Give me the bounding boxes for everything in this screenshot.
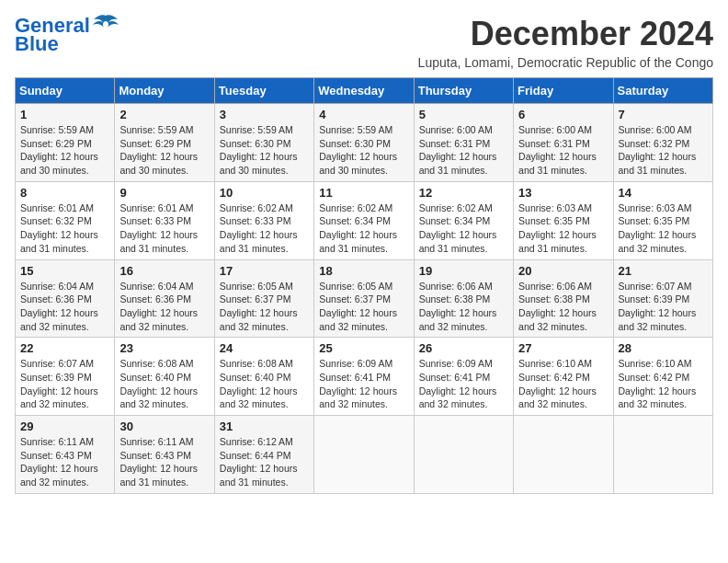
weekday-header: Thursday [414,78,513,104]
day-info: Sunrise: 5:59 AM Sunset: 6:30 PM Dayligh… [319,123,408,178]
sunrise-label: Sunrise: 6:10 AM [518,358,592,369]
logo-text-blue: Blue [15,33,59,55]
daylight-label: Daylight: 12 hours and 31 minutes. [518,229,597,254]
day-number: 24 [220,341,309,355]
logo-bird-icon [92,14,119,34]
day-info: Sunrise: 6:11 AM Sunset: 6:43 PM Dayligh… [20,435,109,489]
day-number: 1 [20,108,109,121]
sunrise-label: Sunrise: 6:03 AM [619,202,692,213]
sunset-label: Sunset: 6:33 PM [220,215,291,226]
calendar-day-cell: 31 Sunrise: 6:12 AM Sunset: 6:44 PM Dayl… [214,416,313,494]
sunrise-label: Sunrise: 6:00 AM [518,124,592,135]
sunrise-label: Sunrise: 5:59 AM [220,124,293,135]
calendar-week-row: 22 Sunrise: 6:07 AM Sunset: 6:39 PM Dayl… [16,338,713,416]
daylight-label: Daylight: 12 hours and 31 minutes. [319,229,397,254]
daylight-label: Daylight: 12 hours and 31 minutes. [619,151,697,176]
calendar-week-row: 8 Sunrise: 6:01 AM Sunset: 6:32 PM Dayli… [16,181,713,259]
calendar-day-cell: 24 Sunrise: 6:08 AM Sunset: 6:40 PM Dayl… [214,338,313,416]
sunrise-label: Sunrise: 6:11 AM [20,436,94,447]
sunset-label: Sunset: 6:30 PM [319,138,391,149]
calendar-day-cell: 9 Sunrise: 6:01 AM Sunset: 6:33 PM Dayli… [115,181,214,259]
calendar-day-cell: 13 Sunrise: 6:03 AM Sunset: 6:35 PM Dayl… [514,181,613,259]
day-info: Sunrise: 6:07 AM Sunset: 6:39 PM Dayligh… [619,280,708,334]
day-number: 25 [319,341,408,355]
day-number: 19 [419,264,508,278]
calendar-day-cell: 2 Sunrise: 5:59 AM Sunset: 6:29 PM Dayli… [115,104,214,182]
calendar-day-cell: 11 Sunrise: 6:02 AM Sunset: 6:34 PM Dayl… [314,181,414,259]
daylight-label: Daylight: 12 hours and 32 minutes. [619,307,697,332]
weekday-header: Friday [514,78,613,104]
sunrise-label: Sunrise: 6:11 AM [119,436,193,447]
sunrise-label: Sunrise: 6:06 AM [419,281,493,292]
calendar-day-cell [613,416,712,494]
sunset-label: Sunset: 6:37 PM [220,293,291,304]
day-info: Sunrise: 6:07 AM Sunset: 6:39 PM Dayligh… [20,357,109,411]
sunrise-label: Sunrise: 6:02 AM [220,202,293,213]
day-info: Sunrise: 6:03 AM Sunset: 6:35 PM Dayligh… [518,201,608,256]
calendar-day-cell: 6 Sunrise: 6:00 AM Sunset: 6:31 PM Dayli… [514,104,613,182]
calendar-day-cell: 25 Sunrise: 6:09 AM Sunset: 6:41 PM Dayl… [314,338,414,416]
sunset-label: Sunset: 6:43 PM [119,450,191,461]
calendar-day-cell: 8 Sunrise: 6:01 AM Sunset: 6:32 PM Dayli… [16,181,115,259]
calendar-week-row: 1 Sunrise: 5:59 AM Sunset: 6:29 PM Dayli… [16,104,713,182]
sunrise-label: Sunrise: 6:06 AM [518,281,592,292]
daylight-label: Daylight: 12 hours and 32 minutes. [319,307,397,332]
sunset-label: Sunset: 6:31 PM [518,138,590,149]
day-number: 10 [220,186,309,200]
daylight-label: Daylight: 12 hours and 31 minutes. [419,151,497,176]
day-info: Sunrise: 6:08 AM Sunset: 6:40 PM Dayligh… [220,357,309,411]
sunrise-label: Sunrise: 6:08 AM [220,358,293,369]
day-info: Sunrise: 6:02 AM Sunset: 6:34 PM Dayligh… [419,201,508,256]
sunset-label: Sunset: 6:34 PM [319,215,391,226]
sunrise-label: Sunrise: 6:05 AM [220,281,293,292]
sunset-label: Sunset: 6:39 PM [619,293,690,304]
day-info: Sunrise: 6:02 AM Sunset: 6:34 PM Dayligh… [319,201,408,256]
calendar-header-row: SundayMondayTuesdayWednesdayThursdayFrid… [16,78,713,104]
calendar-day-cell: 3 Sunrise: 5:59 AM Sunset: 6:30 PM Dayli… [214,104,313,182]
daylight-label: Daylight: 12 hours and 32 minutes. [518,307,597,332]
sunrise-label: Sunrise: 6:07 AM [619,281,692,292]
day-info: Sunrise: 6:01 AM Sunset: 6:32 PM Dayligh… [20,201,109,256]
daylight-label: Daylight: 12 hours and 31 minutes. [518,151,597,176]
day-number: 28 [619,341,708,355]
sunrise-label: Sunrise: 6:04 AM [119,281,193,292]
sunset-label: Sunset: 6:37 PM [319,293,391,304]
sunrise-label: Sunrise: 6:08 AM [119,358,193,369]
calendar-day-cell: 19 Sunrise: 6:06 AM Sunset: 6:38 PM Dayl… [414,259,513,338]
daylight-label: Daylight: 12 hours and 32 minutes. [119,307,198,332]
day-number: 17 [220,264,309,278]
logo: General Blue [15,15,119,55]
sunset-label: Sunset: 6:36 PM [119,293,191,304]
weekday-header: Sunday [16,78,115,104]
daylight-label: Daylight: 12 hours and 32 minutes. [619,385,697,410]
day-number: 23 [119,341,209,355]
sunset-label: Sunset: 6:35 PM [518,215,590,226]
day-info: Sunrise: 6:04 AM Sunset: 6:36 PM Dayligh… [20,280,109,334]
sunset-label: Sunset: 6:32 PM [619,138,690,149]
daylight-label: Daylight: 12 hours and 31 minutes. [220,229,298,254]
daylight-label: Daylight: 12 hours and 32 minutes. [518,385,597,410]
day-info: Sunrise: 6:03 AM Sunset: 6:35 PM Dayligh… [619,201,708,256]
sunset-label: Sunset: 6:29 PM [20,138,92,149]
sunset-label: Sunset: 6:41 PM [419,372,491,383]
sunrise-label: Sunrise: 5:59 AM [119,124,193,135]
day-info: Sunrise: 6:10 AM Sunset: 6:42 PM Dayligh… [619,357,708,411]
day-number: 4 [319,108,408,121]
calendar-day-cell: 22 Sunrise: 6:07 AM Sunset: 6:39 PM Dayl… [16,338,115,416]
calendar-day-cell: 30 Sunrise: 6:11 AM Sunset: 6:43 PM Dayl… [115,416,214,494]
day-number: 2 [119,108,209,121]
day-info: Sunrise: 6:04 AM Sunset: 6:36 PM Dayligh… [119,280,209,334]
day-info: Sunrise: 6:09 AM Sunset: 6:41 PM Dayligh… [319,357,408,411]
day-number: 8 [20,186,109,200]
daylight-label: Daylight: 12 hours and 30 minutes. [20,151,98,176]
daylight-label: Daylight: 12 hours and 32 minutes. [20,385,98,410]
day-info: Sunrise: 6:05 AM Sunset: 6:37 PM Dayligh… [319,280,408,334]
sunset-label: Sunset: 6:31 PM [419,138,491,149]
day-number: 31 [220,419,309,433]
calendar-day-cell [314,416,414,494]
day-info: Sunrise: 6:10 AM Sunset: 6:42 PM Dayligh… [518,357,608,411]
day-info: Sunrise: 6:02 AM Sunset: 6:33 PM Dayligh… [220,201,309,256]
calendar-day-cell: 5 Sunrise: 6:00 AM Sunset: 6:31 PM Dayli… [414,104,513,182]
page-header: General Blue December 2024 Luputa, Lomam… [15,15,713,70]
day-number: 26 [419,341,508,355]
